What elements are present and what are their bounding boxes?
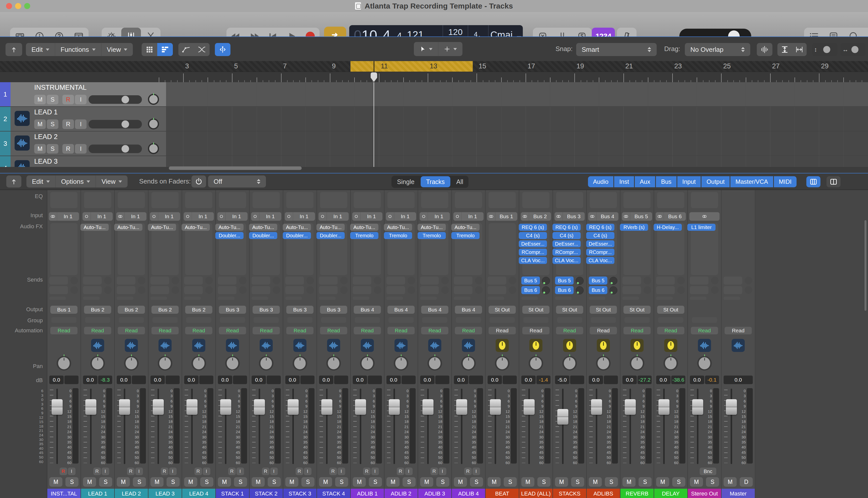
mute-button[interactable]: M (218, 477, 231, 487)
filter-bus[interactable]: Bus (656, 176, 676, 187)
input-slot[interactable]: In 1 (82, 212, 113, 221)
fx-plugin-slot[interactable]: Auto-Tu... (384, 224, 412, 231)
solo-button[interactable]: S (268, 477, 281, 487)
eq-thumbnail[interactable] (152, 192, 179, 208)
input-slot[interactable]: In 1 (285, 212, 315, 221)
channel-name[interactable]: BEAT (486, 489, 519, 498)
volume-value[interactable]: 0.0 (184, 376, 199, 384)
automation-mode-button[interactable]: Read (691, 327, 718, 335)
input-slot[interactable]: In 1 (49, 212, 79, 221)
automation-mode-button[interactable]: Read (253, 327, 280, 335)
eq-thumbnail[interactable] (421, 192, 448, 208)
group-slot[interactable] (422, 317, 447, 323)
send-knob[interactable] (711, 286, 718, 294)
hide-tracks-button[interactable] (5, 43, 22, 56)
pan-knob[interactable] (225, 356, 240, 370)
peak-value[interactable] (132, 376, 146, 384)
send-slot[interactable] (319, 276, 337, 285)
volume-value[interactable]: 0.0 (151, 376, 165, 384)
input-slot[interactable]: In 1 (184, 212, 214, 221)
send-knob[interactable] (340, 277, 348, 284)
send-knob[interactable] (711, 277, 718, 284)
send-slot[interactable] (252, 276, 270, 285)
beat-ruler[interactable] (0, 71, 868, 82)
output-slot[interactable]: Bus 4 (421, 306, 448, 314)
vertical-auto-zoom-icon[interactable] (777, 43, 792, 56)
audio-fx-area[interactable] (421, 223, 448, 275)
input-monitor-button[interactable]: I (75, 119, 87, 129)
mute-button[interactable]: M (83, 477, 96, 487)
track-row[interactable]: 3LEAD 2MSRI (0, 131, 166, 156)
eq-thumbnail[interactable] (354, 192, 381, 208)
peak-value[interactable] (199, 376, 214, 384)
fader-cap[interactable] (187, 399, 197, 415)
group-slot[interactable] (119, 317, 144, 323)
pan-knob[interactable] (596, 356, 611, 370)
track-row[interactable]: 4LEAD 3MSRI (0, 156, 166, 167)
fx-plugin-slot[interactable]: RCompr... (519, 249, 547, 255)
send-slot[interactable] (319, 286, 337, 294)
pan-knob[interactable] (427, 356, 442, 370)
audio-fx-area[interactable] (354, 223, 381, 275)
send-slot[interactable] (386, 276, 405, 285)
mute-button[interactable]: M (285, 477, 298, 487)
automation-mode-button[interactable]: Read (84, 327, 111, 335)
send-slot[interactable] (690, 286, 709, 294)
mute-button[interactable]: M (589, 477, 602, 487)
send-knob[interactable] (408, 286, 415, 294)
group-slot[interactable] (489, 317, 515, 323)
playhead-handle[interactable] (371, 73, 377, 82)
group-slot[interactable] (388, 317, 413, 323)
automation-mode-button[interactable]: Read (522, 327, 549, 335)
automation-mode-button[interactable]: Read (387, 327, 414, 335)
input-monitor-button[interactable]: I (337, 468, 345, 475)
automation-mode-button[interactable]: Read (421, 327, 448, 335)
mixer-menu-view[interactable]: View (96, 175, 128, 187)
fader-cap[interactable] (422, 399, 434, 415)
send-knob[interactable] (239, 277, 246, 284)
send-knob[interactable] (71, 277, 78, 284)
channel-name[interactable]: STACKS (553, 489, 586, 498)
volume-value[interactable]: 0.0 (83, 376, 97, 384)
fader-cap[interactable] (591, 399, 602, 415)
eq-thumbnail[interactable] (455, 192, 482, 208)
record-enable-button[interactable]: R (161, 468, 168, 475)
cycle-region[interactable] (350, 61, 473, 71)
solo-button[interactable]: S (47, 119, 59, 129)
automation-mode-button[interactable]: Read (556, 327, 583, 335)
send-knob[interactable] (643, 277, 651, 284)
mute-button[interactable]: M (521, 477, 534, 487)
volume-value[interactable]: 0.0 (218, 376, 232, 384)
filter-inst[interactable]: Inst (614, 176, 634, 187)
fader-cap[interactable] (220, 399, 231, 415)
fader-cap[interactable] (557, 409, 569, 424)
send-knob[interactable] (609, 277, 617, 285)
send-slot[interactable] (49, 286, 68, 294)
send-knob[interactable] (138, 277, 145, 284)
eq-thumbnail[interactable] (320, 192, 347, 208)
eq-thumbnail[interactable] (253, 192, 280, 208)
fader-cap[interactable] (659, 399, 669, 415)
peak-value[interactable] (368, 376, 382, 384)
send-knob[interactable] (542, 286, 550, 294)
fader-cap[interactable] (355, 399, 366, 415)
mute-button[interactable]: M (488, 477, 501, 487)
fx-plugin-slot[interactable]: Doubler... (215, 232, 244, 239)
vertical-zoom-slider[interactable]: ↕ (812, 43, 837, 56)
group-slot[interactable] (321, 317, 346, 323)
output-slot[interactable]: Bus 3 (320, 306, 347, 314)
output-slot[interactable]: St Out (624, 306, 651, 314)
mute-button[interactable]: M (49, 477, 62, 487)
channel-name[interactable]: ADLIB 1 (351, 489, 384, 498)
fader-cap[interactable] (726, 399, 737, 415)
send-slot[interactable]: Bus 5 (521, 276, 540, 285)
solo-button[interactable]: S (436, 477, 449, 487)
channel-name[interactable]: ADLIB 2 (384, 489, 418, 498)
send-knob[interactable] (239, 286, 246, 294)
input-monitor-button[interactable]: I (237, 468, 244, 475)
peak-value[interactable]: -8.3 (98, 376, 113, 384)
automation-mode-button[interactable]: Read (152, 327, 179, 335)
solo-button[interactable]: S (133, 477, 146, 487)
pan-knob[interactable] (495, 356, 510, 370)
send-knob[interactable] (273, 286, 280, 294)
